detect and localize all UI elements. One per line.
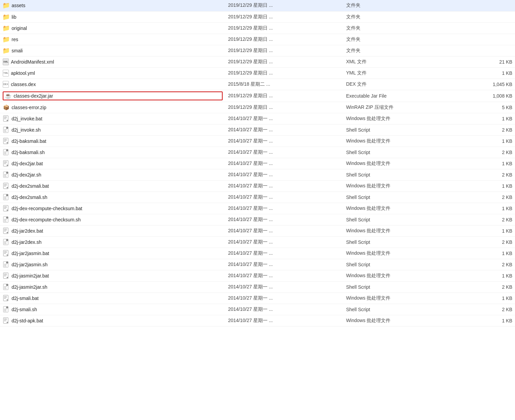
file-date: 2014/10/27 星期一 ... (225, 292, 343, 304)
svg-rect-13 (4, 141, 6, 141)
table-row[interactable]: 📁original2019/12/29 星期日 ...文件夹 (0, 22, 515, 34)
file-name-label: d2j-jar2dex.sh (12, 239, 42, 245)
svg-point-26 (6, 172, 8, 174)
table-row[interactable]: d2j-jar2jasmin.bat2014/10/27 星期一 ...Wind… (0, 248, 515, 259)
svg-rect-42 (4, 207, 7, 208)
sh-icon (3, 306, 10, 313)
svg-rect-9 (4, 131, 6, 132)
table-row[interactable]: d2j_invoke.bat2014/10/27 星期一 ...Windows … (0, 113, 515, 124)
file-type: 文件夹 (343, 11, 462, 22)
file-type: Shell Script (343, 281, 462, 292)
svg-rect-11 (4, 139, 7, 139)
table-row[interactable]: 📁smali2019/12/29 星期日 ...文件夹 (0, 45, 515, 56)
svg-point-66 (6, 262, 8, 264)
file-name-label: smali (12, 48, 23, 53)
file-name-cell: d2j_invoke.bat (0, 113, 225, 124)
file-date: 2015/8/18 星期二 ... (225, 79, 343, 90)
file-size (461, 22, 515, 34)
table-row[interactable]: d2j-dex-recompute-checksum.bat2014/10/27… (0, 203, 515, 214)
file-type: Shell Script (343, 147, 462, 158)
file-type: 文件夹 (343, 45, 462, 56)
file-date: 2019/12/29 星期日 ... (225, 34, 343, 45)
table-row[interactable]: d2j-baksmali.bat2014/10/27 星期一 ...Window… (0, 135, 515, 147)
file-type: 文件夹 (343, 0, 462, 11)
table-row[interactable]: d2j-jar2dex.bat2014/10/27 星期一 ...Windows… (0, 225, 515, 236)
table-row[interactable]: d2j_invoke.sh2014/10/27 星期一 ...Shell Scr… (0, 124, 515, 135)
file-type: 文件夹 (343, 34, 462, 45)
file-type: Shell Script (343, 304, 462, 315)
table-row[interactable]: d2j-jar2jasmin.sh2014/10/27 星期一 ...Shell… (0, 259, 515, 270)
table-row[interactable]: ☕classes-dex2jar.jar2019/12/29 星期日 ...Ex… (0, 90, 515, 102)
file-name-cell: d2j-jar2dex.sh (0, 236, 225, 248)
file-date: 2014/10/27 星期一 ... (225, 225, 343, 236)
file-name-label: d2j-baksmali.bat (12, 138, 46, 144)
table-row[interactable]: d2j-baksmali.sh2014/10/27 星期一 ...Shell S… (0, 147, 515, 158)
file-type: Windows 批处理文件 (343, 135, 462, 147)
file-name-cell: d2j-jar2jasmin.sh (0, 259, 225, 270)
table-row[interactable]: d2j-std-apk.bat2014/10/27 星期一 ...Windows… (0, 315, 515, 326)
svg-rect-43 (4, 208, 6, 209)
table-row[interactable]: XMLAndroidManifest.xml2019/12/29 星期日 ...… (0, 56, 515, 67)
bat-icon (3, 295, 10, 302)
svg-rect-51 (4, 229, 7, 229)
table-row[interactable]: 📦classes-error.zip2019/12/29 星期日 ...WinR… (0, 102, 515, 113)
folder-icon: 📁 (3, 2, 10, 9)
svg-rect-89 (4, 311, 6, 311)
file-type: Windows 批处理文件 (343, 158, 462, 169)
file-date: 2019/12/29 星期日 ... (225, 11, 343, 22)
table-row[interactable]: d2j-smali.bat2014/10/27 星期一 ...Windows 批… (0, 292, 515, 304)
svg-rect-38 (4, 198, 6, 198)
bat-icon (3, 183, 10, 189)
file-type: YML 文件 (343, 67, 462, 79)
svg-rect-53 (4, 231, 6, 231)
table-row[interactable]: YMLapktool.yml2019/12/29 星期日 ...YML 文件1 … (0, 67, 515, 79)
file-name-cell: ☕classes-dex2jar.jar (0, 90, 225, 102)
file-name-label: d2j-jasmin2jar.bat (12, 273, 49, 279)
svg-rect-32 (4, 185, 7, 185)
svg-rect-82 (4, 297, 7, 298)
table-row[interactable]: d2j-jar2dex.sh2014/10/27 星期一 ...Shell Sc… (0, 236, 515, 248)
sh-icon (3, 239, 10, 246)
svg-point-86 (6, 306, 8, 308)
file-name-label: d2j-jar2jasmin.sh (12, 262, 48, 267)
file-size: 1,045 KB (461, 79, 515, 90)
table-row[interactable]: d2j-jasmin2jar.sh2014/10/27 星期一 ...Shell… (0, 281, 515, 292)
table-row[interactable]: d2j-jasmin2jar.bat2014/10/27 星期一 ...Wind… (0, 270, 515, 281)
file-name-label: d2j-dex-recompute-checksum.bat (12, 206, 82, 211)
file-name-label: AndroidManifest.xml (11, 59, 54, 65)
file-name-label: d2j-smali.bat (12, 296, 38, 301)
svg-rect-63 (4, 253, 6, 254)
folder-icon: 📁 (3, 25, 10, 32)
svg-rect-7 (4, 129, 7, 130)
file-size: 2 KB (461, 304, 515, 315)
svg-rect-8 (4, 130, 6, 131)
file-name-label: d2j-dex2jar.bat (12, 161, 43, 166)
file-name-label: d2j_invoke.bat (12, 116, 42, 121)
file-size: 1 KB (461, 315, 515, 326)
sh-icon (3, 149, 10, 156)
svg-rect-39 (4, 199, 6, 199)
file-date: 2019/12/29 星期日 ... (225, 90, 343, 102)
file-name-cell: 📁assets (0, 0, 225, 11)
file-name-cell: d2j-dex2smali.sh (0, 191, 225, 203)
table-row[interactable]: d2j-dex-recompute-checksum.sh2014/10/27 … (0, 214, 515, 225)
table-row[interactable]: 📁assets2019/12/29 星期日 ...文件夹 (0, 0, 515, 11)
table-row[interactable]: d2j-dex2jar.bat2014/10/27 星期一 ...Windows… (0, 158, 515, 169)
table-row[interactable]: 📁res2019/12/29 星期日 ...文件夹 (0, 34, 515, 45)
table-row[interactable]: 📁lib2019/12/29 星期日 ...文件夹 (0, 11, 515, 22)
file-name-label: assets (12, 3, 25, 8)
table-row[interactable]: DEXclasses.dex2015/8/18 星期二 ...DEX 文件1,0… (0, 79, 515, 90)
table-row[interactable]: d2j-dex2smali.sh2014/10/27 星期一 ...Shell … (0, 191, 515, 203)
svg-rect-79 (4, 288, 6, 289)
file-date: 2014/10/27 星期一 ... (225, 191, 343, 203)
dex-icon: DEX (3, 81, 9, 88)
svg-rect-68 (4, 265, 6, 265)
svg-point-16 (6, 149, 8, 151)
file-type: WinRAR ZIP 压缩文件 (343, 102, 462, 113)
file-date: 2014/10/27 星期一 ... (225, 124, 343, 135)
svg-rect-61 (4, 251, 7, 252)
bat-icon (3, 115, 10, 122)
table-row[interactable]: d2j-dex2smali.bat2014/10/27 星期一 ...Windo… (0, 180, 515, 191)
table-row[interactable]: d2j-smali.sh2014/10/27 星期一 ...Shell Scri… (0, 304, 515, 315)
table-row[interactable]: d2j-dex2jar.sh2014/10/27 星期一 ...Shell Sc… (0, 169, 515, 180)
